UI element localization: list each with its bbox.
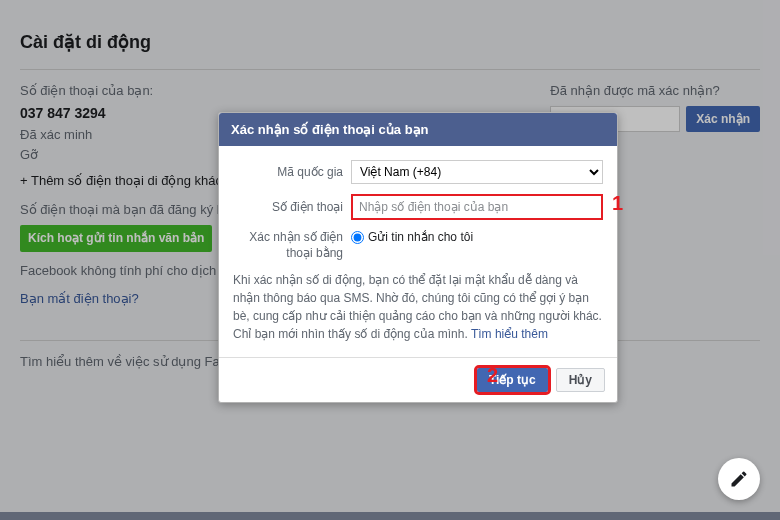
edit-icon bbox=[729, 469, 749, 489]
sms-radio[interactable] bbox=[351, 231, 364, 244]
modal-info-text: Khi xác nhận số di động, bạn có thể đặt … bbox=[233, 271, 603, 343]
edit-fab-button[interactable] bbox=[718, 458, 760, 500]
country-code-select[interactable]: Việt Nam (+84) bbox=[351, 160, 603, 184]
annotation-2: 2 bbox=[487, 364, 498, 387]
sms-radio-option[interactable]: Gửi tin nhắn cho tôi bbox=[351, 230, 473, 244]
annotation-1: 1 bbox=[612, 192, 623, 215]
modal-title: Xác nhận số điện thoại của bạn bbox=[219, 113, 617, 146]
sms-radio-label: Gửi tin nhắn cho tôi bbox=[368, 230, 473, 244]
phone-input[interactable] bbox=[351, 194, 603, 220]
confirm-phone-modal: Xác nhận số điện thoại của bạn Mã quốc g… bbox=[218, 112, 618, 403]
learn-more-link[interactable]: Tìm hiểu thêm bbox=[471, 327, 548, 341]
confirm-by-label: Xác nhận số điện thoại bằng bbox=[233, 230, 351, 261]
country-code-label: Mã quốc gia bbox=[233, 165, 351, 179]
phone-field-label: Số điện thoại bbox=[233, 200, 351, 214]
cancel-button[interactable]: Hủy bbox=[556, 368, 605, 392]
